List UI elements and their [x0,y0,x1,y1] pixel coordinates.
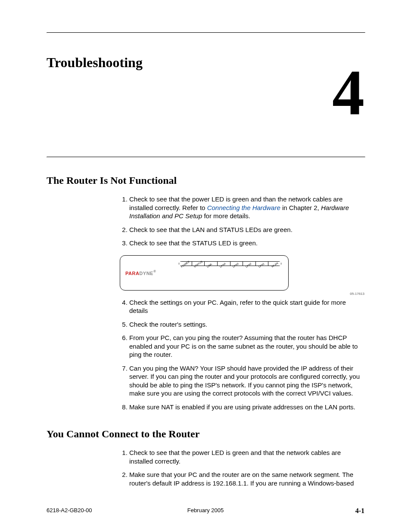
figure-id: 05-17613 [350,292,364,296]
step-1-text-e: for more details. [202,212,250,220]
step-2: Check to see that the LAN and STATUS LED… [129,226,364,234]
step-6: From your PC, can you ping the router? A… [129,334,364,359]
section1-steps: Check to see that the power LED is green… [120,195,364,247]
step-7: Can you ping the WAN? Your ISP should ha… [129,364,364,398]
page-footer: 6218-A2-GB20-00 February 2005 4-1 [47,507,364,515]
chapter-title: Troubleshooting [47,55,364,71]
step-3: Check to see that the STATUS LED is gree… [129,239,364,247]
section1-steps-cont: Check the settings on your PC. Again, re… [120,298,364,411]
logo-grey: DYNE [139,271,153,276]
logo-reg: ® [153,269,156,273]
mid-rule [47,157,365,158]
s2-step-2: Make sure that your PC and the router ar… [129,470,364,487]
section2-steps: Check to see that the power LED is green… [120,448,364,487]
router-front-panel-figure: PARADYNE® POWER STATUS LINK LAN4 [120,255,364,291]
top-rule [47,32,365,33]
led-labels: POWER STATUS LINK LAN4 LAN3 LAN2 LAN1 WL… [179,266,281,275]
step-8: Make sure NAT is enabled if you are usin… [129,403,364,411]
footer-date: February 2005 [47,507,364,513]
step-4: Check the settings on your PC. Again, re… [129,298,364,315]
paradyne-logo: PARADYNE® [125,269,156,277]
link-connecting-hardware[interactable]: Connecting the Hardware [207,204,280,211]
step-1-text-c: in Chapter 2, [280,204,321,211]
step-1: Check to see that the power LED is green… [129,195,364,220]
section-heading-router-not-functional: The Router Is Not Functional [47,175,364,186]
chapter-number: 4 [332,60,364,125]
section1-content: Check to see that the power LED is green… [120,195,364,411]
step-5: Check the router's settings. [129,320,364,329]
section-heading-cannot-connect: You Cannot Connect to the Router [47,428,364,440]
router-outline: PARADYNE® POWER STATUS LINK LAN4 [120,255,289,291]
logo-red: PARA [125,271,139,276]
section2-content: Check to see that the power LED is green… [120,448,364,487]
s2-step-1: Check to see that the power LED is green… [129,448,364,465]
